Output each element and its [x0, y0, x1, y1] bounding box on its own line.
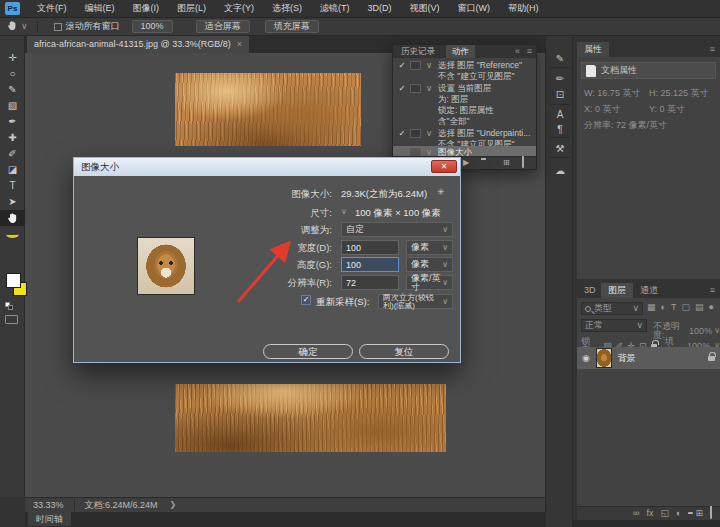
link-dimensions-icon[interactable]: [280, 244, 287, 257]
paragraph-panel-icon[interactable]: ¶: [546, 121, 574, 138]
document-size-info[interactable]: 文档:6.24M/6.24M: [85, 501, 158, 510]
dialog-toggle-box[interactable]: [410, 61, 421, 70]
document-tab[interactable]: africa-african-animal-41315.jpg @ 33.3%(…: [27, 36, 249, 53]
trash-icon[interactable]: [710, 509, 712, 518]
close-tab-icon[interactable]: ×: [237, 40, 242, 49]
default-colors-icon[interactable]: [5, 302, 14, 310]
filter-smart-icon[interactable]: ▤: [695, 303, 704, 312]
filter-type-icon[interactable]: T: [671, 303, 677, 312]
fill-screen-button[interactable]: 填充屏幕: [265, 20, 319, 33]
tab-properties[interactable]: 属性: [577, 42, 609, 57]
filter-shape-icon[interactable]: ▢: [681, 303, 690, 312]
panel-menu-icon[interactable]: ≡: [710, 45, 715, 54]
tab-3d[interactable]: 3D: [577, 283, 603, 298]
resample-checkbox[interactable]: ✓: [301, 295, 311, 305]
chevron-down-icon[interactable]: ∨: [426, 61, 432, 70]
action-item[interactable]: ✓ ∨ 选择 图层 "Reference": [393, 60, 536, 71]
foreground-color-swatch[interactable]: [6, 273, 21, 288]
resample-select[interactable]: 两次立方(较锐利)(缩减)∨: [378, 294, 453, 309]
resolution-unit-select[interactable]: 像素/英寸∨: [406, 275, 453, 290]
tool-preset-caret-icon[interactable]: ∨: [21, 22, 28, 31]
dialog-title-bar[interactable]: 图像大小 ✕: [74, 158, 460, 176]
menu-file[interactable]: 文件(F): [28, 0, 76, 18]
tab-timeline[interactable]: 时间轴: [28, 512, 71, 526]
brush-tool-icon[interactable]: ✐: [0, 146, 25, 162]
status-popup-icon[interactable]: ❯: [170, 501, 177, 509]
layer-row-background[interactable]: ◉ 背景: [577, 347, 720, 369]
tab-history[interactable]: 历史记录: [395, 45, 441, 58]
eraser-tool-icon[interactable]: ◪: [0, 162, 25, 178]
action-item[interactable]: ✓ ∨ 设置 当前图层: [393, 83, 536, 94]
path-selection-tool-icon[interactable]: ➤: [0, 194, 25, 210]
brushes-icon[interactable]: ✏: [546, 70, 574, 87]
clone-source-icon[interactable]: ⊡: [546, 86, 574, 103]
layer-thumbnail[interactable]: [596, 348, 612, 368]
quick-selection-tool-icon[interactable]: ✎: [0, 82, 25, 98]
dimensions-chevron-icon[interactable]: ∨: [341, 208, 347, 216]
panel-menu-icon[interactable]: ≡: [710, 286, 715, 295]
eyedropper-tool-icon[interactable]: ✒: [0, 114, 25, 130]
move-tool-icon[interactable]: ✛: [0, 50, 25, 66]
layer-fx-icon[interactable]: fx: [646, 509, 653, 518]
close-icon[interactable]: ✕: [431, 160, 457, 173]
fit-to-select[interactable]: 自定∨: [341, 222, 453, 237]
new-layer-icon[interactable]: ⊞: [695, 509, 703, 518]
scroll-all-windows-checkbox[interactable]: [54, 23, 62, 31]
check-icon[interactable]: ✓: [396, 129, 408, 138]
height-unit-select[interactable]: 像素∨: [406, 257, 453, 272]
menu-edit[interactable]: 编辑(E): [76, 0, 124, 18]
hand-tool-icon[interactable]: [0, 210, 25, 226]
brush-settings-icon[interactable]: ✎: [546, 50, 574, 67]
filter-toggle-icon[interactable]: ●: [708, 303, 713, 312]
height-input[interactable]: [341, 257, 399, 272]
tab-layers[interactable]: 图层: [601, 283, 633, 298]
resolution-input[interactable]: [341, 275, 399, 290]
gear-icon[interactable]: ✳: [437, 188, 445, 197]
fit-screen-button[interactable]: 适合屏幕: [196, 20, 250, 33]
menu-type[interactable]: 文字(Y): [215, 0, 263, 18]
menu-3d[interactable]: 3D(D): [359, 0, 401, 18]
play-icon[interactable]: ▶: [463, 159, 469, 167]
collapse-panel-icon[interactable]: «: [515, 47, 520, 56]
panel-menu-icon[interactable]: ≡: [527, 47, 532, 56]
reset-button[interactable]: 复位: [359, 344, 449, 359]
quick-mask-icon[interactable]: [5, 315, 18, 324]
filter-adjustment-icon[interactable]: ◐: [661, 303, 666, 312]
blend-mode-select[interactable]: 正常∨: [581, 319, 647, 332]
check-icon[interactable]: ✓: [396, 61, 408, 70]
menu-layer[interactable]: 图层(L): [168, 0, 215, 18]
adjustment-layer-icon[interactable]: ◐: [676, 509, 681, 518]
type-tool-icon[interactable]: T: [0, 178, 25, 194]
zoom-level-field[interactable]: 33.33%: [33, 501, 64, 510]
chevron-down-icon[interactable]: ∨: [426, 129, 432, 138]
menu-select[interactable]: 选择(S): [263, 0, 311, 18]
zoom-100-button[interactable]: 100%: [132, 20, 173, 33]
menu-view[interactable]: 视图(V): [401, 0, 449, 18]
width-unit-select[interactable]: 像素∨: [406, 240, 453, 255]
check-icon[interactable]: ✓: [396, 84, 408, 93]
layer-filter-search[interactable]: 类型 ∨: [581, 302, 643, 315]
tab-actions[interactable]: 动作: [446, 45, 475, 58]
action-item[interactable]: ✓ ∨ 选择 图层 "Underpainti...: [393, 128, 536, 139]
link-layers-icon[interactable]: ∞: [633, 509, 639, 518]
lasso-tool-icon[interactable]: ○: [0, 66, 25, 82]
crop-tool-icon[interactable]: ▧: [0, 98, 25, 114]
dialog-toggle-box[interactable]: [410, 84, 421, 93]
healing-brush-tool-icon[interactable]: ✚: [0, 130, 25, 146]
rotate-view-tool-icon[interactable]: [0, 226, 25, 242]
tool-presets-icon[interactable]: ⚒: [546, 140, 574, 157]
menu-filter[interactable]: 滤镜(T): [311, 0, 359, 18]
menu-window[interactable]: 窗口(W): [449, 0, 500, 18]
new-action-icon[interactable]: ⊞: [503, 159, 510, 167]
menu-image[interactable]: 图像(I): [124, 0, 169, 18]
tab-channels[interactable]: 通道: [633, 283, 665, 298]
dialog-toggle-box[interactable]: [410, 129, 421, 138]
libraries-icon[interactable]: ☁: [546, 162, 574, 179]
filter-pixel-icon[interactable]: ▦: [647, 303, 656, 312]
trash-icon[interactable]: [522, 159, 524, 167]
eye-icon[interactable]: ◉: [582, 354, 590, 363]
chevron-down-icon[interactable]: ∨: [426, 84, 432, 93]
width-input[interactable]: [341, 240, 399, 255]
ok-button[interactable]: 确定: [263, 344, 353, 359]
layer-mask-icon[interactable]: ◱: [661, 509, 670, 518]
